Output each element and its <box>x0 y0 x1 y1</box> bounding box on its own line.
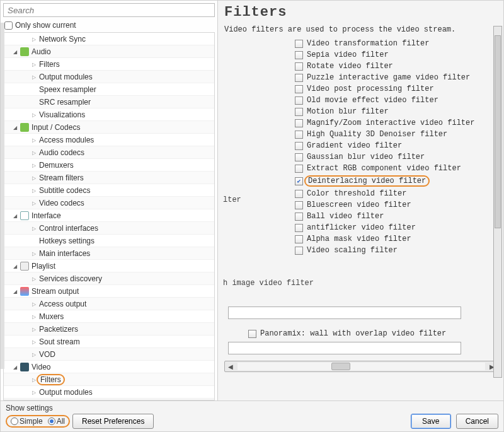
chevron-right-icon[interactable] <box>29 313 39 320</box>
checkbox-icon[interactable] <box>295 153 303 161</box>
tree-item[interactable]: Subtitles / OSD <box>4 399 214 400</box>
tree-item[interactable]: Muxers <box>4 310 214 323</box>
checkbox-icon[interactable] <box>295 224 303 232</box>
tree-item[interactable]: Access modules <box>4 134 214 146</box>
tree-item[interactable]: Main interfaces <box>4 247 214 260</box>
filter-checkbox-item[interactable]: Video scaling filter <box>224 246 496 255</box>
chevron-down-icon[interactable] <box>10 364 20 370</box>
checkbox-icon[interactable] <box>295 190 303 198</box>
filter-checkbox-item[interactable]: antiflicker video filter <box>224 223 496 232</box>
tree-item[interactable]: Stream output <box>4 285 214 298</box>
filter-module-input-2[interactable] <box>228 342 461 354</box>
tree-item[interactable]: SRC resampler <box>4 96 214 108</box>
checkbox-icon[interactable] <box>295 62 303 71</box>
tree-item[interactable]: Stream filters <box>4 172 214 184</box>
panoramix-checkbox[interactable] <box>248 330 256 338</box>
tree-item[interactable]: Audio <box>4 45 214 58</box>
filter-checkbox-item[interactable]: Motion blur filter <box>224 107 496 116</box>
chevron-right-icon[interactable] <box>29 200 39 206</box>
checkbox-icon[interactable] <box>295 247 303 255</box>
chevron-down-icon[interactable] <box>10 288 20 295</box>
checkbox-icon[interactable] <box>295 165 303 173</box>
filter-checkbox-item[interactable]: Color threshold filter <box>224 189 496 198</box>
chevron-right-icon[interactable] <box>29 74 39 80</box>
tree-item[interactable]: Subtitle codecs <box>4 184 214 197</box>
chevron-right-icon[interactable] <box>29 389 39 395</box>
filter-checkbox-item[interactable]: Bluescreen video filter <box>224 201 496 209</box>
chevron-down-icon[interactable] <box>10 213 20 219</box>
tree-item[interactable]: Audio codecs <box>4 146 214 159</box>
chevron-right-icon[interactable] <box>29 137 39 143</box>
chevron-right-icon[interactable] <box>29 326 39 332</box>
checkbox-icon[interactable] <box>295 108 303 116</box>
chevron-right-icon[interactable] <box>29 225 39 231</box>
chevron-right-icon[interactable] <box>29 276 39 282</box>
filter-checkbox-item[interactable]: Gaussian blur video filter <box>224 153 496 161</box>
cancel-button[interactable]: Cancel <box>456 414 498 429</box>
checkbox-icon[interactable] <box>295 177 303 185</box>
chevron-right-icon[interactable] <box>29 61 39 67</box>
chevron-right-icon[interactable] <box>29 351 39 358</box>
checkbox-icon[interactable] <box>295 119 303 127</box>
filter-checkbox-item[interactable]: Gradient video filter <box>224 141 496 150</box>
save-button[interactable]: Save <box>411 414 451 429</box>
chevron-right-icon[interactable] <box>29 339 39 345</box>
search-input[interactable] <box>3 3 215 17</box>
tree-item[interactable]: Interface <box>4 209 214 222</box>
filter-checkbox-item[interactable]: High Quality 3D Denoiser filter <box>224 130 496 139</box>
checkbox-icon[interactable] <box>295 51 303 59</box>
filter-checkbox-item[interactable]: Video post processing filter <box>224 85 496 93</box>
filter-checkbox-item[interactable]: Sepia video filter <box>224 50 496 59</box>
chevron-right-icon[interactable] <box>29 175 39 181</box>
filter-checkbox-item[interactable]: Magnify/Zoom interactive video filter <box>224 119 496 127</box>
tree-item[interactable]: Control interfaces <box>4 222 214 235</box>
tree-item[interactable]: Hotkeys settings <box>4 235 214 247</box>
filter-checkbox-item[interactable]: Ball video filter <box>224 212 496 221</box>
checkbox-icon[interactable] <box>295 85 303 93</box>
chevron-right-icon[interactable] <box>29 36 39 42</box>
tree-item[interactable]: Services discovery <box>4 272 214 285</box>
tree-item[interactable]: Filters <box>4 373 214 386</box>
left-edge-scrollbar[interactable] <box>1 23 4 369</box>
reset-preferences-button[interactable]: Reset Preferences <box>72 414 154 429</box>
filter-checkbox-item[interactable]: Deinterlacing video filter <box>224 175 496 187</box>
checkbox-icon[interactable] <box>295 96 303 105</box>
tree-item[interactable]: Filters <box>4 58 214 71</box>
tree-item[interactable]: Sout stream <box>4 336 214 348</box>
chevron-right-icon[interactable] <box>29 301 39 307</box>
chevron-right-icon[interactable] <box>29 149 39 156</box>
horizontal-scrollbar[interactable]: ◀ ▶ <box>224 361 498 372</box>
tree-item[interactable]: Video <box>4 361 214 373</box>
chevron-right-icon[interactable] <box>29 187 39 194</box>
filter-checkbox-item[interactable]: Extract RGB component video filter <box>224 164 496 173</box>
checkbox-icon[interactable] <box>295 201 303 209</box>
chevron-down-icon[interactable] <box>10 124 20 131</box>
tree-item[interactable]: Speex resampler <box>4 83 214 96</box>
tree-item[interactable]: Access output <box>4 298 214 310</box>
chevron-right-icon[interactable] <box>29 162 39 168</box>
chevron-right-icon[interactable] <box>29 250 39 257</box>
tree-item[interactable]: Network Sync <box>4 33 214 45</box>
checkbox-icon[interactable] <box>295 74 303 82</box>
only-show-current-checkbox[interactable] <box>4 21 13 30</box>
scroll-left-icon[interactable]: ◀ <box>226 363 235 370</box>
preferences-tree[interactable]: Network SyncAudioFiltersOutput modulesSp… <box>3 32 215 400</box>
checkbox-icon[interactable] <box>295 40 303 48</box>
tree-item[interactable]: Playlist <box>4 260 214 272</box>
checkbox-icon[interactable] <box>295 235 303 243</box>
chevron-down-icon[interactable] <box>10 263 20 269</box>
filter-module-input-1[interactable] <box>228 306 461 319</box>
tree-item[interactable]: Output modules <box>4 386 214 399</box>
checkbox-icon[interactable] <box>295 142 303 150</box>
filter-checkbox-item[interactable]: Alpha mask video filter <box>224 235 496 243</box>
tree-item[interactable]: VOD <box>4 348 214 361</box>
tree-item[interactable]: Input / Codecs <box>4 121 214 134</box>
tree-item[interactable]: Video codecs <box>4 197 214 209</box>
filter-checkbox-item[interactable]: Rotate video filter <box>224 62 496 71</box>
chevron-right-icon[interactable] <box>29 112 39 118</box>
checkbox-icon[interactable] <box>295 131 303 139</box>
checkbox-icon[interactable] <box>295 213 303 221</box>
filter-checkbox-item[interactable]: Old movie effect video filter <box>224 96 496 105</box>
tree-item[interactable]: Demuxers <box>4 159 214 172</box>
tree-item[interactable]: Output modules <box>4 71 214 83</box>
